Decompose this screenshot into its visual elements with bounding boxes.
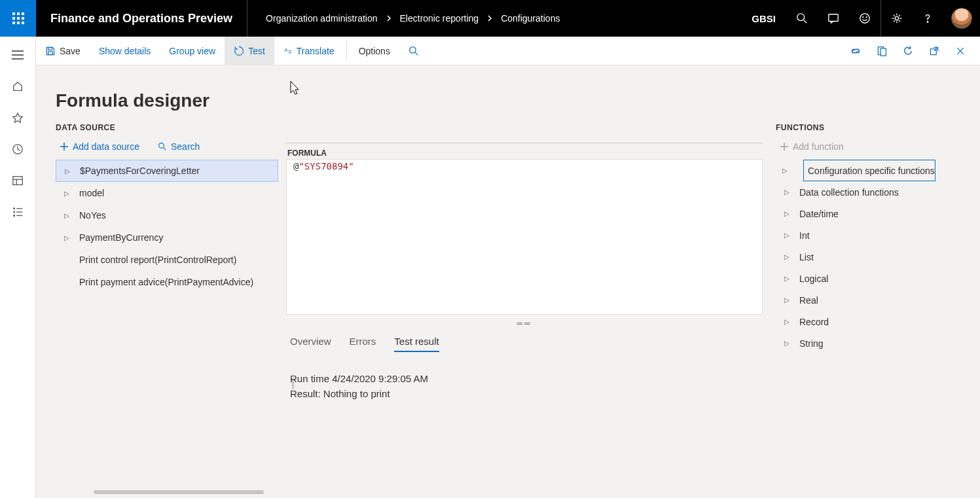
header-right: GBSI — [741, 0, 980, 37]
show-details-button[interactable]: Show details — [90, 37, 160, 65]
search-icon[interactable] — [786, 0, 818, 37]
app-title: Finance and Operations Preview — [36, 0, 247, 37]
tree-item[interactable]: ▷Print payment advice(PrintPaymentAdvice… — [56, 271, 278, 293]
formula-expression: "SYS70894" — [293, 161, 354, 171]
nav-expand-button[interactable] — [0, 39, 36, 71]
function-category[interactable]: ▷Int — [776, 224, 967, 246]
messages-icon[interactable] — [818, 0, 849, 37]
company-code[interactable]: GBSI — [741, 13, 786, 24]
svg-rect-30 — [48, 47, 52, 50]
attach-icon[interactable] — [869, 37, 895, 65]
home-icon[interactable] — [0, 71, 36, 102]
svg-line-10 — [804, 20, 807, 24]
refresh-icon[interactable] — [895, 37, 921, 65]
svg-rect-21 — [13, 177, 22, 185]
formula-heading: FORMULA — [286, 143, 763, 159]
chevron-right-icon — [486, 13, 493, 24]
workspaces-icon[interactable] — [0, 165, 36, 196]
find-button[interactable] — [399, 37, 428, 65]
chevron-right-icon — [386, 13, 392, 24]
close-icon[interactable] — [947, 37, 973, 65]
favorites-icon[interactable] — [0, 102, 36, 133]
data-source-tree: ▷$PaymentsForCoveringLetter ▷model ▷NoYe… — [56, 160, 278, 293]
horizontal-resize-handle[interactable]: ══ — [286, 315, 763, 332]
formula-editor[interactable]: "SYS70894" — [286, 159, 763, 315]
data-source-heading: DATA SOURCE — [56, 118, 278, 139]
function-category[interactable]: ▷Date/time — [776, 203, 967, 224]
chevron-right-icon[interactable]: ▷ — [62, 212, 71, 219]
group-view-button[interactable]: Group view — [160, 37, 225, 65]
help-icon[interactable] — [912, 0, 943, 37]
breadcrumb: Organization administration Electronic r… — [247, 13, 741, 24]
chevron-right-icon[interactable]: ▷ — [63, 168, 72, 175]
horizontal-scrollbar[interactable] — [94, 490, 264, 494]
user-avatar[interactable] — [951, 8, 972, 29]
tree-item[interactable]: ▷NoYes — [56, 204, 278, 226]
function-category[interactable]: ▷Data collection functions — [776, 181, 967, 203]
recent-icon[interactable] — [0, 133, 36, 165]
breadcrumb-item[interactable]: Electronic reporting — [400, 13, 479, 24]
save-button[interactable]: Save — [36, 37, 90, 65]
tree-item[interactable]: ▷PaymentByCurrency — [56, 226, 278, 249]
svg-point-28 — [14, 215, 15, 217]
waffle-button[interactable] — [0, 0, 36, 37]
chevron-right-icon[interactable]: ▷ — [776, 167, 785, 174]
chevron-right-icon[interactable]: ▷ — [782, 188, 791, 196]
tab-overview[interactable]: Overview — [290, 336, 331, 352]
add-function-button: Add function — [776, 139, 848, 154]
chevron-right-icon[interactable]: ▷ — [782, 296, 791, 304]
function-category[interactable]: ▷Logical — [776, 268, 967, 289]
chevron-right-icon[interactable]: ▷ — [62, 190, 71, 197]
chevron-right-icon[interactable]: ▷ — [782, 340, 791, 347]
functions-panel: FUNCTIONS Add function ▷ Configuration s… — [771, 118, 967, 401]
svg-rect-11 — [829, 14, 838, 22]
link-icon[interactable] — [843, 37, 869, 65]
left-rail — [0, 37, 36, 498]
svg-rect-37 — [880, 48, 886, 56]
function-category[interactable]: ▷Real — [776, 289, 967, 311]
test-result-body: Run time 4/24/2020 9:29:05 AM Result: No… — [286, 360, 763, 401]
test-button[interactable]: Test — [225, 37, 274, 65]
chevron-right-icon[interactable]: ▷ — [782, 232, 791, 239]
svg-point-43 — [159, 143, 164, 149]
popout-icon[interactable] — [921, 37, 947, 65]
translate-button[interactable]: A字 Translate — [274, 37, 344, 65]
svg-point-15 — [895, 16, 898, 20]
action-bar: Save Show details Group view Test A字 Tra… — [0, 37, 980, 65]
svg-text:A: A — [284, 48, 287, 52]
svg-rect-8 — [22, 22, 24, 24]
add-data-source-button[interactable]: Add data source — [56, 139, 143, 154]
tab-errors[interactable]: Errors — [350, 336, 376, 352]
svg-rect-3 — [12, 17, 15, 20]
vertical-resize-handle[interactable]: ║ — [290, 380, 296, 389]
function-category[interactable]: ▷Record — [776, 311, 967, 332]
function-category[interactable]: ▷List — [776, 246, 967, 268]
svg-point-34 — [410, 46, 416, 53]
tab-test-result[interactable]: Test result — [394, 336, 439, 352]
svg-rect-5 — [22, 17, 24, 20]
settings-icon[interactable] — [880, 0, 912, 37]
svg-line-44 — [164, 148, 166, 151]
tree-item[interactable]: ▷model — [56, 182, 278, 204]
search-data-source-button[interactable]: Search — [154, 139, 204, 154]
chevron-right-icon[interactable]: ▷ — [782, 253, 791, 260]
svg-point-16 — [927, 22, 928, 22]
chevron-right-icon[interactable]: ▷ — [62, 234, 71, 241]
svg-point-26 — [14, 211, 15, 213]
breadcrumb-item[interactable]: Configurations — [501, 13, 560, 24]
chevron-right-icon[interactable]: ▷ — [782, 275, 791, 282]
options-button[interactable]: Options — [350, 37, 399, 65]
chevron-right-icon[interactable]: ▷ — [782, 318, 791, 325]
function-category[interactable]: ▷String — [776, 332, 967, 354]
smile-icon[interactable] — [849, 0, 880, 37]
modules-icon[interactable] — [0, 196, 36, 228]
svg-point-24 — [14, 208, 15, 209]
function-category[interactable]: Configuration specific functions — [803, 160, 935, 181]
breadcrumb-item[interactable]: Organization administration — [266, 13, 377, 24]
svg-point-9 — [797, 14, 805, 21]
chevron-right-icon[interactable]: ▷ — [782, 210, 791, 217]
functions-tree: ▷ Configuration specific functions ▷Data… — [776, 160, 967, 354]
tree-item[interactable]: ▷$PaymentsForCoveringLetter — [56, 160, 278, 182]
tree-item[interactable]: ▷Print control report(PrintControlReport… — [56, 249, 278, 271]
svg-rect-6 — [12, 22, 15, 24]
